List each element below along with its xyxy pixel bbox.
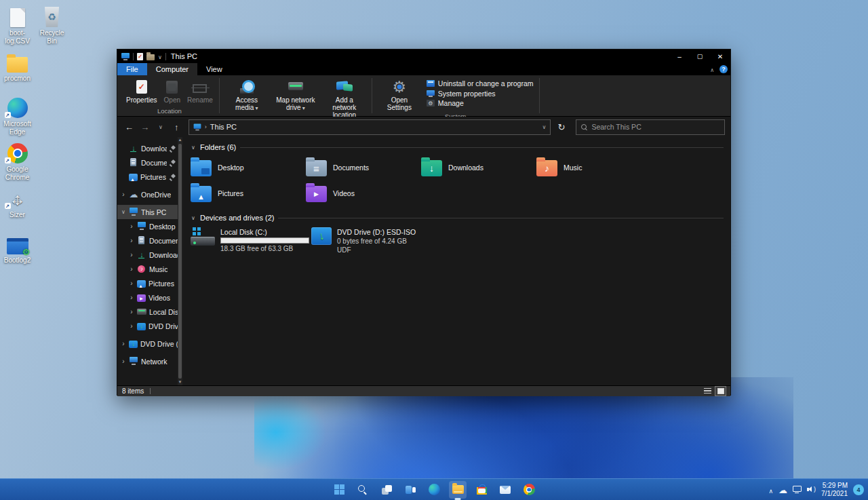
desktop-icon-chrome[interactable]: Google Chrome xyxy=(1,140,35,186)
section-collapse-icon[interactable] xyxy=(191,145,196,151)
tab-computer[interactable]: Computer xyxy=(147,63,197,75)
desktop-icon-sizer[interactable]: Sizer xyxy=(1,186,35,231)
recent-locations-icon[interactable] xyxy=(154,119,167,134)
rename-button[interactable]: Rename xyxy=(184,77,216,105)
folder-tile-pictures[interactable]: Pictures xyxy=(191,183,306,203)
address-bar[interactable]: › This PC xyxy=(189,119,551,135)
minimize-button[interactable] xyxy=(669,50,690,63)
taskbar-chrome[interactable] xyxy=(520,481,538,499)
tab-file[interactable]: File xyxy=(117,63,147,75)
tray-overflow-icon[interactable] xyxy=(768,484,773,496)
drive-tile-hdd[interactable]: Local Disk (C:) 18.3 GB free of 63.3 GB xyxy=(191,227,311,254)
close-button[interactable] xyxy=(710,50,730,63)
uninstall-program-button[interactable]: Uninstall or change a program xyxy=(427,79,534,88)
taskbar-search[interactable] xyxy=(354,481,372,499)
ribbon-collapse-icon[interactable] xyxy=(710,65,714,73)
nav-item-downloads[interactable]: Downloads xyxy=(117,248,178,262)
volume-tray-icon[interactable]: ) xyxy=(807,486,816,493)
nav-item-dvd[interactable]: DVD Drive (D:) ES xyxy=(117,336,178,351)
address-dropdown-icon[interactable] xyxy=(542,124,546,130)
qat-customize-icon[interactable] xyxy=(158,52,162,60)
scroll-down-icon[interactable]: ▼ xyxy=(178,379,182,385)
section-collapse-icon[interactable] xyxy=(191,215,196,221)
nav-item-dvd[interactable]: DVD Drive (D:) E xyxy=(117,319,178,333)
chevron-icon[interactable] xyxy=(129,265,134,273)
onedrive-tray-icon[interactable] xyxy=(778,484,787,496)
nav-item-documents[interactable]: Documents xyxy=(117,233,178,248)
nav-item-disk[interactable]: Local Disk (C:) xyxy=(117,305,178,319)
nav-item-music[interactable]: Music xyxy=(117,262,178,276)
taskbar-explorer[interactable] xyxy=(449,481,467,499)
folder-tile-music[interactable]: Music xyxy=(536,157,652,177)
titlebar[interactable]: This PC xyxy=(117,50,730,63)
open-button[interactable]: Open xyxy=(161,77,184,105)
taskbar-widgets[interactable] xyxy=(401,481,419,499)
chevron-icon[interactable] xyxy=(129,294,134,301)
nav-item-thispc[interactable]: This PC xyxy=(117,205,178,219)
scrollbar-thumb[interactable] xyxy=(178,144,182,379)
add-network-location-button[interactable]: Add a network location xyxy=(320,77,369,120)
nav-item-downloads[interactable]: Downloads xyxy=(117,141,178,155)
maximize-button[interactable] xyxy=(690,50,710,63)
nav-item-pictures[interactable]: Pictures xyxy=(117,276,178,290)
properties-qat-icon[interactable] xyxy=(137,53,143,60)
new-folder-qat-icon[interactable] xyxy=(146,54,155,60)
chevron-icon[interactable] xyxy=(129,251,134,258)
nav-item-pictures[interactable]: Pictures xyxy=(117,170,178,184)
chevron-icon[interactable] xyxy=(129,237,134,244)
map-network-drive-button[interactable]: Map network drive xyxy=(271,77,320,113)
folder-tile-videos[interactable]: Videos xyxy=(306,183,421,203)
nav-item-label: Local Disk (C:) xyxy=(149,308,178,316)
forward-button[interactable] xyxy=(138,119,151,134)
nav-item-onedrive[interactable]: OneDrive xyxy=(117,187,178,201)
chevron-icon[interactable] xyxy=(121,191,126,198)
network-tray-icon[interactable] xyxy=(793,486,802,493)
desktop-icon-recycle[interactable]: Recycle Bin xyxy=(35,4,69,50)
nav-item-network[interactable]: Network xyxy=(117,354,178,368)
open-settings-button[interactable]: Open Settings xyxy=(375,77,424,113)
taskbar-start[interactable] xyxy=(330,481,348,499)
tab-view[interactable]: View xyxy=(197,63,231,75)
chevron-icon[interactable] xyxy=(129,322,134,330)
desktop-icon-edge[interactable]: Microsoft Edge xyxy=(1,95,35,140)
chevron-icon[interactable] xyxy=(121,358,126,365)
icons-view-button[interactable] xyxy=(715,387,726,396)
refresh-icon[interactable] xyxy=(553,119,569,134)
details-view-button[interactable] xyxy=(703,387,713,396)
up-button[interactable] xyxy=(170,119,183,134)
chevron-icon[interactable] xyxy=(121,209,126,215)
address-breadcrumb[interactable]: This PC xyxy=(210,123,237,131)
system-properties-button[interactable]: System properties xyxy=(427,90,534,98)
nav-scrollbar[interactable]: ▲ ▼ xyxy=(178,137,182,385)
notification-badge[interactable]: 4 xyxy=(853,484,864,495)
nav-item-documents[interactable]: Documents xyxy=(117,155,178,170)
chevron-icon[interactable] xyxy=(129,280,134,287)
access-media-button[interactable]: Access media xyxy=(222,77,271,113)
desktop-icon-folder[interactable]: procmon xyxy=(1,50,35,95)
chevron-icon[interactable] xyxy=(129,308,134,315)
help-icon[interactable]: ? xyxy=(719,65,728,73)
properties-button[interactable]: Properties xyxy=(123,77,161,105)
desktop-icon-bootlog[interactable]: Bootlog2 xyxy=(1,231,35,277)
clock[interactable]: 5:29 PM 7/1/2021 xyxy=(821,482,848,498)
folder-tile-documents[interactable]: Documents xyxy=(306,157,421,177)
chevron-icon[interactable] xyxy=(121,340,126,347)
drive-tile-dvd[interactable]: DVD Drive (D:) ESD-ISO 0 bytes free of 4… xyxy=(311,227,488,254)
chevron-icon[interactable] xyxy=(129,223,134,230)
folder-tile-desktop[interactable]: Desktop xyxy=(191,157,306,177)
devices-section-header[interactable]: Devices and drives (2) xyxy=(191,214,724,222)
taskbar-taskview[interactable] xyxy=(378,481,395,499)
folder-tile-downloads[interactable]: Downloads xyxy=(421,157,536,177)
taskbar-edge[interactable] xyxy=(425,481,443,499)
nav-item-desktop[interactable]: Desktop xyxy=(117,219,178,233)
back-button[interactable] xyxy=(123,119,136,134)
nav-item-videos[interactable]: Videos xyxy=(117,290,178,305)
scroll-up-icon[interactable]: ▲ xyxy=(178,137,182,143)
desktop-icon-csv[interactable]: boot-log.CSV xyxy=(1,4,35,50)
folders-section-header[interactable]: Folders (6) xyxy=(191,143,724,151)
taskbar-store[interactable] xyxy=(473,481,490,499)
taskbar-mail[interactable] xyxy=(496,481,514,499)
search-input[interactable] xyxy=(591,123,719,131)
nav-item-label: Music xyxy=(149,265,167,273)
manage-button[interactable]: Manage xyxy=(427,99,534,107)
